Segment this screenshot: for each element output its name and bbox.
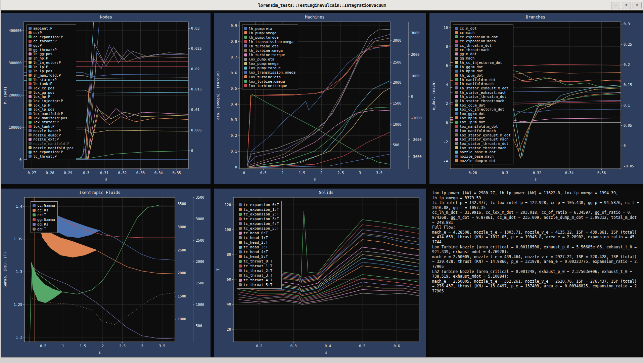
minimize-button[interactable]: –: [611, 2, 620, 9]
legend-item: tc_throat_3:T: [239, 273, 279, 278]
legend-label: lh_pump:eta: [249, 27, 272, 31]
legend-swatch-icon: [455, 74, 458, 77]
legend-label: lox_manifold:m_dot: [460, 124, 498, 128]
legend-label: lh_stator:P: [33, 78, 57, 82]
legend-swatch-icon: [29, 61, 32, 64]
legend-swatch-icon: [239, 279, 242, 282]
legend-swatch-icon: [239, 213, 242, 216]
legend-label: nozzle_base:mach: [460, 154, 494, 158]
legend-item: lox_cc:pos: [29, 86, 74, 90]
close-button[interactable]: ×: [633, 2, 642, 9]
legend-item: tc_throat_2:T: [239, 268, 279, 273]
legend-label: lh_stator_exhaust:m_dot: [460, 86, 508, 90]
x-tick-label: 0.3: [502, 171, 508, 175]
y-tick-label: 400000: [9, 29, 21, 33]
legend-label: lh_stator_throat:mach: [460, 99, 504, 103]
legend-item: cc:P: [29, 31, 74, 35]
legend-swatch-icon: [244, 84, 247, 87]
legend-item: gg:T: [33, 227, 55, 231]
panel-solids[interactable]: 0.20.30.40.50.620406080100120SolidssTtc_…: [214, 189, 426, 357]
legend-swatch-icon: [33, 209, 36, 212]
legend-item: tc_head_1:T: [239, 235, 279, 240]
panel-machines[interactable]: 00.511.522.533.500.10.20.30.40.50.60.70.…: [214, 13, 426, 184]
legend-item: lh_hp:P: [29, 56, 74, 61]
legend-label: lox_hp:P: [33, 94, 50, 98]
legend-item: lh_gg:pos: [29, 52, 74, 56]
legend-item: lh_cc_injector:m_dot: [455, 61, 511, 65]
legend-swatch-icon: [455, 27, 458, 30]
x-axis-label: s: [105, 177, 107, 182]
legend-swatch-icon: [239, 241, 242, 244]
x-tick-label: 0.3: [83, 171, 89, 175]
legend-item: lox_stator_throat:mach: [455, 146, 511, 150]
y-tick-label: 0.2: [231, 133, 237, 137]
panel-branches[interactable]: 0.280.30.320.340.36-4-20246810-0.0500.05…: [429, 13, 643, 184]
legend-swatch-icon: [239, 274, 242, 277]
right-tick-label: 2500: [393, 60, 401, 64]
x-tick-label: 1.5: [80, 344, 86, 348]
legend-label: tc_expansion_4:T: [243, 221, 279, 226]
legend-swatch-icon: [455, 82, 458, 85]
legend-swatch-icon: [29, 82, 32, 85]
right-tick-label: 1000: [196, 302, 204, 307]
legend-item: lox_pump:omega: [244, 62, 295, 66]
legend-swatch-icon: [455, 133, 458, 136]
legend-label: lox_stator:P: [33, 120, 59, 124]
legend-label: lh_tank:P: [33, 82, 52, 86]
legend-item: gg:Gamma: [33, 217, 55, 222]
legend-label: tc_throat_4:T: [243, 278, 272, 282]
legend-label: gg:Rs: [37, 222, 48, 227]
panel-isentropic-fluids[interactable]: 0.511.522.533.51.21.251.31.351.410001500…: [1, 189, 211, 357]
legend-item: nozzle_base:mach: [455, 154, 511, 159]
x-tick-label: 1: [62, 344, 64, 348]
legend-swatch-icon: [239, 227, 242, 230]
legend-swatch-icon: [239, 269, 242, 272]
output-text: lox_tp_power (kW) = 2980.27, lh_tp_power…: [432, 191, 640, 293]
legend-swatch-icon: [29, 125, 32, 128]
legend-item: lox_gg:pos: [29, 90, 74, 94]
legend-swatch-icon: [455, 31, 458, 34]
right-tick-label: 0.2: [624, 63, 630, 67]
x-tick-label: 0.32: [118, 171, 127, 175]
maximize-button[interactable]: ▫: [622, 2, 631, 9]
right-tick-label: 2000: [393, 80, 401, 84]
legend-label: tc_head_4:T: [243, 250, 268, 254]
x-tick-label: 0.34: [154, 171, 163, 175]
legend-item: lox_tank:P: [29, 124, 74, 129]
legend-item: lox_turbine:torque: [244, 83, 295, 88]
legend-label: lox_stator_exhaust:m_dot: [460, 133, 511, 137]
y-tick-label: 1.2: [16, 335, 22, 339]
legend-label: tc_expansion_5:T: [243, 226, 279, 231]
legend-swatch-icon: [239, 255, 242, 258]
x-tick-label: 3: [141, 344, 143, 348]
y-tick-label: 100000: [9, 125, 21, 129]
legend-swatch-icon: [29, 138, 32, 141]
panel-nodes[interactable]: 0.270.280.290.30.310.320.330.340.3501000…: [1, 13, 211, 184]
legend-item: nozzle_base:P: [29, 129, 74, 133]
legend-item: nozzle_base:m_dot: [455, 150, 511, 154]
right-tick-label: 2000: [196, 259, 204, 264]
x-axis-label: s: [99, 350, 101, 355]
legend-swatch-icon: [455, 91, 458, 94]
legend-swatch-icon: [244, 31, 247, 34]
y-tick-label: 40: [227, 302, 231, 306]
legend-label: lh_pump:torque: [249, 35, 279, 39]
chart-title: Machines: [305, 15, 325, 19]
legend-swatch-icon: [244, 40, 247, 43]
legend-swatch-icon: [455, 146, 458, 149]
legend-swatch-icon: [455, 57, 458, 60]
legend-item: lox_hp:m_dot: [455, 116, 511, 120]
legend-label: lox_gg:pos: [33, 90, 54, 94]
legend-swatch-icon: [244, 49, 247, 52]
y-tick-label: 0.1: [231, 149, 237, 153]
legend-swatch-icon: [455, 125, 458, 128]
x-tick-label: 1.5: [299, 171, 305, 175]
legend-swatch-icon: [29, 52, 32, 55]
right-tick-label: 1000: [178, 317, 186, 321]
x-tick-label: 2.5: [119, 344, 126, 348]
legend-swatch-icon: [244, 27, 247, 30]
legend-item: lox_cc_injector:m_dot: [455, 107, 511, 112]
legend-item: gg:Rs: [33, 222, 55, 227]
y-tick-label: 0: [19, 158, 21, 162]
legend-swatch-icon: [244, 71, 247, 74]
